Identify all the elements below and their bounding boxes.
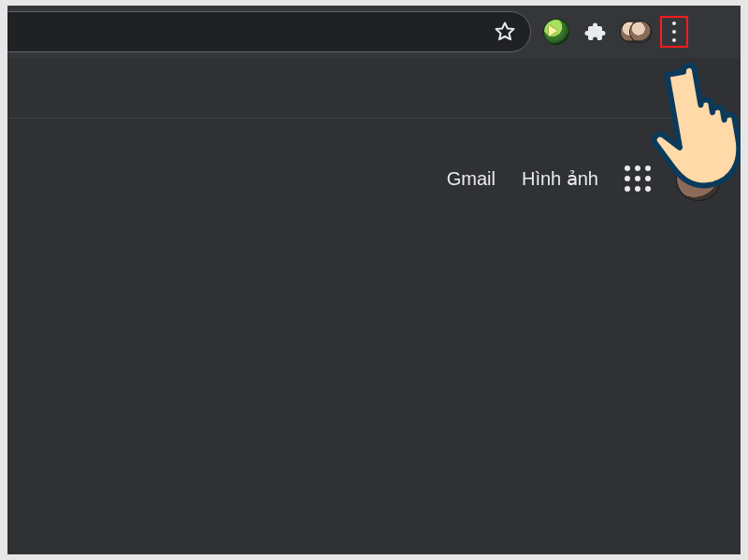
gmail-link[interactable]: Gmail bbox=[447, 168, 496, 190]
google-apps-icon[interactable] bbox=[625, 165, 651, 192]
idm-extension-icon[interactable] bbox=[542, 18, 570, 46]
browser-window: Gmail Hình ảnh bbox=[7, 6, 741, 554]
images-link[interactable]: Hình ảnh bbox=[522, 167, 598, 190]
address-bar[interactable] bbox=[7, 11, 531, 52]
extensions-icon[interactable] bbox=[582, 18, 610, 46]
account-avatar-icon[interactable] bbox=[677, 157, 720, 200]
screenshot-frame: Gmail Hình ảnh bbox=[0, 0, 748, 560]
page-header-links: Gmail Hình ảnh bbox=[447, 157, 720, 200]
header-divider bbox=[7, 118, 741, 119]
toolbar-right-icons bbox=[542, 6, 688, 58]
profile-avatar-icon[interactable] bbox=[621, 18, 649, 46]
browser-toolbar bbox=[7, 6, 741, 58]
chrome-menu-button[interactable] bbox=[660, 16, 688, 48]
bookmark-star-icon[interactable] bbox=[492, 19, 518, 45]
